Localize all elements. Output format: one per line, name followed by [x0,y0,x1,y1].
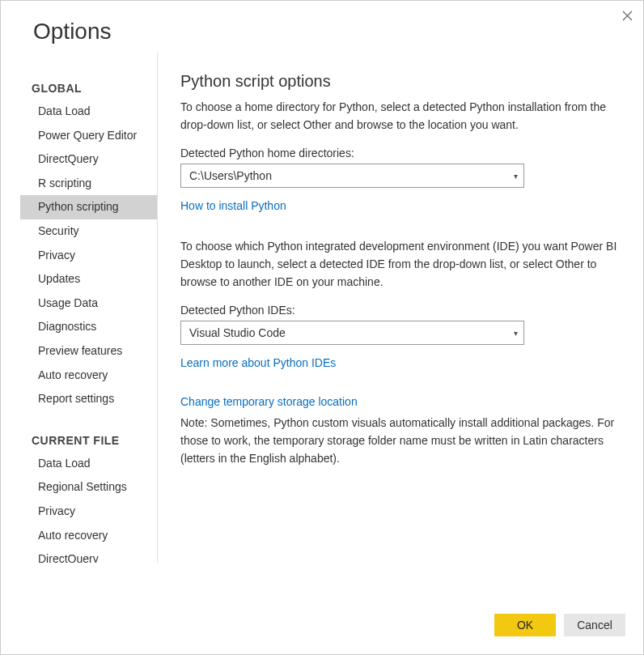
options-dialog: Options GLOBAL Data LoadPower Query Edit… [0,0,644,655]
sidebar-item-privacy[interactable]: Privacy [20,244,157,268]
ide-select[interactable]: Visual Studio Code ▾ [180,321,524,345]
sidebar-item-directquery[interactable]: DirectQuery [20,547,157,563]
content-intro: To choose a home directory for Python, s… [180,99,617,134]
close-icon[interactable] [619,7,635,23]
sidebar: GLOBAL Data LoadPower Query EditorDirect… [20,53,158,563]
ide-intro: To choose which Python integrated develo… [180,238,617,291]
ide-learn-more-link[interactable]: Learn more about Python IDEs [180,356,336,369]
home-directories-select[interactable]: C:\Users\Python ▾ [180,164,524,188]
install-python-link[interactable]: How to install Python [180,199,286,212]
home-directories-value: C:\Users\Python [189,169,272,182]
sidebar-item-directquery[interactable]: DirectQuery [20,147,157,172]
sidebar-item-data-load[interactable]: Data Load [20,452,157,476]
sidebar-item-report-settings[interactable]: Report settings [20,387,157,411]
home-directories-label: Detected Python home directories: [180,147,617,159]
ok-button[interactable]: OK [494,614,556,636]
sidebar-item-usage-data[interactable]: Usage Data [20,291,157,316]
sidebar-item-r-scripting[interactable]: R scripting [20,172,157,196]
sidebar-item-updates[interactable]: Updates [20,267,157,291]
sidebar-item-auto-recovery[interactable]: Auto recovery [20,364,157,388]
sidebar-item-security[interactable]: Security [20,219,157,244]
dialog-body: GLOBAL Data LoadPower Query EditorDirect… [1,53,643,654]
sidebar-item-data-load[interactable]: Data Load [20,100,157,124]
ide-value: Visual Studio Code [189,326,286,339]
sidebar-section-global: GLOBAL [20,77,157,100]
dialog-header: Options [1,1,643,53]
ide-label: Detected Python IDEs: [180,304,617,317]
dialog-title: Options [33,19,611,45]
sidebar-item-python-scripting[interactable]: Python scripting [20,195,157,219]
sidebar-item-regional-settings[interactable]: Regional Settings [20,475,157,500]
sidebar-item-privacy[interactable]: Privacy [20,500,157,524]
sidebar-item-power-query-editor[interactable]: Power Query Editor [20,124,157,148]
content-heading: Python script options [180,72,617,91]
change-storage-link[interactable]: Change temporary storage location [180,395,358,408]
sidebar-item-preview-features[interactable]: Preview features [20,339,157,364]
sidebar-item-auto-recovery[interactable]: Auto recovery [20,524,157,548]
storage-note: Note: Sometimes, Python custom visuals a… [180,415,617,467]
dialog-footer: OK Cancel [494,614,625,636]
sidebar-section-current-file: CURRENT FILE [20,429,157,452]
content-pane: Python script options To choose a home d… [158,53,643,654]
sidebar-item-diagnostics[interactable]: Diagnostics [20,315,157,339]
cancel-button[interactable]: Cancel [564,614,625,636]
